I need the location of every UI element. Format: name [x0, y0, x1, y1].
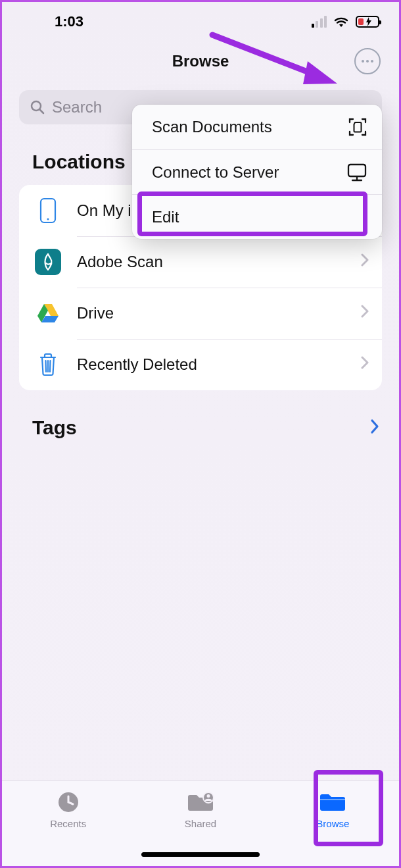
more-options-button[interactable]	[354, 48, 381, 74]
tab-label: Browse	[316, 818, 349, 829]
menu-item-connect-server[interactable]: Connect to Server	[132, 149, 382, 194]
chevron-right-icon	[361, 253, 369, 270]
folder-icon	[318, 789, 347, 815]
svg-point-12	[206, 794, 210, 798]
locations-title: Locations	[32, 151, 126, 173]
status-bar: 1:03	[2, 2, 399, 41]
location-label: Adobe Scan	[65, 253, 361, 271]
menu-item-edit[interactable]: Edit	[132, 194, 382, 239]
nav-title: Browse	[172, 52, 229, 70]
tab-browse[interactable]: Browse	[267, 789, 399, 866]
home-indicator[interactable]	[141, 852, 260, 857]
location-adobe-scan[interactable]: Adobe Scan	[19, 236, 382, 288]
google-drive-icon	[31, 303, 65, 324]
trash-icon	[31, 352, 65, 377]
svg-rect-13	[320, 799, 345, 800]
svg-line-1	[40, 110, 44, 114]
status-time: 1:03	[55, 13, 83, 30]
tab-label: Shared	[185, 818, 216, 829]
menu-item-scan-documents[interactable]: Scan Documents	[132, 105, 382, 149]
location-label: Drive	[65, 304, 361, 322]
location-recently-deleted[interactable]: Recently Deleted	[19, 339, 382, 390]
tags-title: Tags	[32, 417, 77, 439]
svg-rect-5	[348, 165, 366, 176]
more-options-menu: Scan Documents Connect to Server Edit	[132, 105, 382, 239]
status-icons	[312, 16, 380, 28]
shared-folder-icon	[186, 789, 215, 815]
nav-bar: Browse	[2, 41, 399, 81]
server-icon	[346, 163, 367, 182]
location-drive[interactable]: Drive	[19, 288, 382, 339]
tab-label: Recents	[50, 818, 86, 829]
tags-header[interactable]: Tags	[2, 390, 399, 446]
wifi-icon	[333, 16, 349, 28]
menu-item-label: Edit	[152, 208, 179, 226]
svg-point-3	[47, 218, 49, 220]
chevron-right-icon	[361, 305, 369, 322]
adobe-scan-icon	[31, 249, 65, 275]
chevron-right-icon	[361, 356, 369, 373]
search-icon	[30, 99, 45, 115]
menu-item-label: Connect to Server	[152, 163, 279, 182]
svg-rect-4	[35, 249, 61, 275]
search-placeholder: Search	[52, 98, 102, 116]
location-label: Recently Deleted	[65, 355, 361, 374]
clock-icon	[57, 789, 80, 815]
iphone-icon	[31, 197, 65, 224]
tab-recents[interactable]: Recents	[2, 789, 134, 866]
cellular-signal-icon	[312, 16, 327, 28]
menu-item-label: Scan Documents	[152, 118, 272, 136]
scan-doc-icon	[348, 117, 367, 137]
chevron-right-icon	[370, 417, 379, 439]
battery-charging-icon	[356, 16, 379, 28]
